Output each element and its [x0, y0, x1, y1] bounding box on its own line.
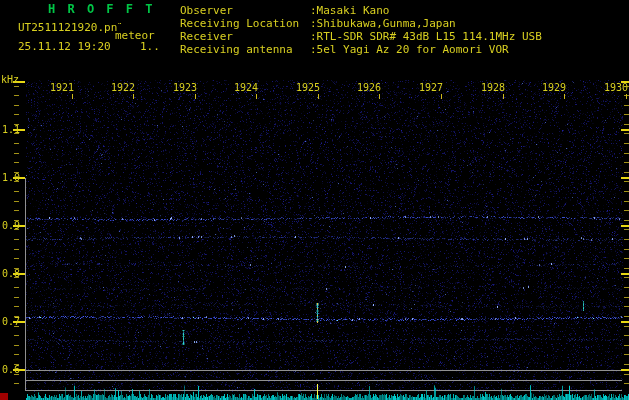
field-value-0: :Masaki Kano [310, 4, 389, 17]
time-tick-label-1928: 1928 [477, 82, 505, 94]
freq-tick-label-0.8: 0.8 [0, 268, 20, 280]
freq-tick-label-0.7: 0.7 [0, 316, 20, 328]
time-tick-label-1927: 1927 [415, 82, 443, 94]
field-value-1: :Shibukawa,Gunma,Japan [310, 17, 456, 30]
time-tick-label-1930: 1930 [600, 82, 628, 94]
field-label-3: Receiving antenna [180, 43, 293, 56]
time-tick-label-1929: 1929 [538, 82, 566, 94]
field-value-3: :5el Yagi Az 20 for Aomori VOR [310, 43, 509, 56]
time-tick-label-1922: 1922 [107, 82, 135, 94]
time-tick-label-1925: 1925 [292, 82, 320, 94]
freq-axis-unit: kHz [1, 74, 19, 86]
spectrogram-canvas [0, 0, 629, 400]
field-label-1: Receiving Location [180, 17, 299, 30]
field-label-0: Observer [180, 4, 233, 17]
datetime-label: 25.11.12 19:20 [18, 40, 111, 53]
freq-tick-label-1.0: 1.0 [0, 172, 20, 184]
time-tick-label-1923: 1923 [169, 82, 197, 94]
time-tick-label-1921: 1921 [46, 82, 74, 94]
freq-tick-label-0.9: 0.9 [0, 220, 20, 232]
app-title: H R O F F T [48, 3, 155, 16]
freq-tick-label-0.6: 0.6 [0, 364, 20, 376]
time-tick-label-1924: 1924 [230, 82, 258, 94]
time-tick-label-1926: 1926 [353, 82, 381, 94]
counter-label: 1.. [140, 40, 160, 53]
field-value-2: :RTL-SDR SDR# 43dB L15 114.1MHz USB [310, 30, 542, 43]
hrofft-screen: H R O F F T UT2511121920.pn ¨ meteor 25.… [0, 0, 629, 400]
file-name: UT2511121920.pn [18, 21, 117, 34]
field-label-2: Receiver [180, 30, 233, 43]
freq-tick-label-1.1: 1.1 [0, 124, 20, 136]
